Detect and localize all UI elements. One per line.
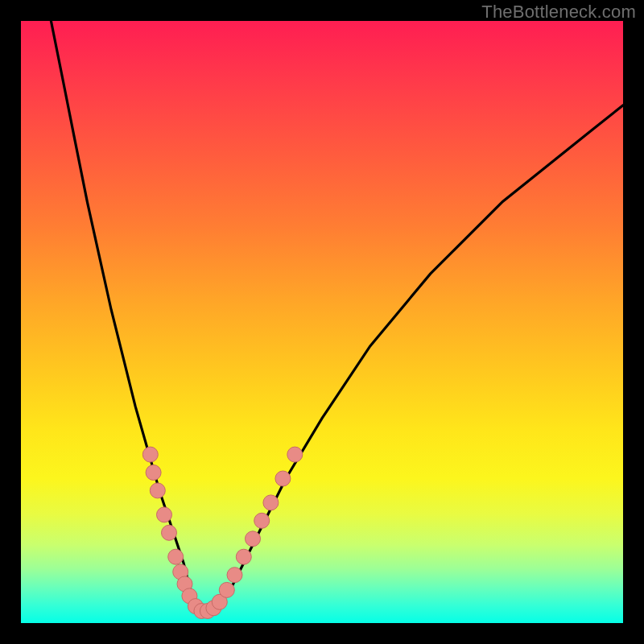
highlight-dot: [246, 531, 261, 547]
chart-plot-area: [21, 21, 623, 623]
highlight-dot: [275, 471, 291, 486]
highlight-dot: [227, 568, 242, 583]
highlight-dot: [150, 483, 165, 498]
chart-svg: [21, 21, 623, 623]
highlight-dot: [254, 513, 270, 528]
highlight-dot: [146, 465, 161, 481]
cluster-dots: [142, 447, 302, 618]
highlight-dot: [287, 447, 303, 462]
watermark-text: TheBottleneck.com: [481, 2, 636, 23]
highlight-dot: [168, 549, 184, 564]
bottleneck-curve: [51, 21, 623, 611]
highlight-dot: [263, 495, 279, 510]
highlight-dot: [142, 447, 158, 462]
highlight-dot: [162, 525, 177, 540]
chart-frame: TheBottleneck.com: [0, 0, 644, 644]
highlight-dot: [219, 582, 234, 597]
highlight-dot: [236, 549, 251, 564]
highlight-dot: [157, 507, 172, 522]
